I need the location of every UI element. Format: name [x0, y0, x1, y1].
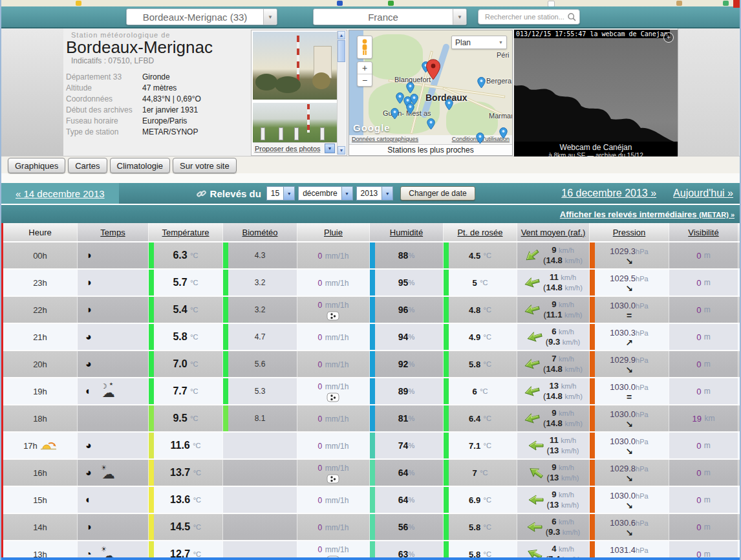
biometeo-value: 4.3 — [255, 251, 266, 260]
day-select[interactable]: 15 ▼ — [266, 186, 295, 200]
map-layer-select[interactable]: Plan ▼ — [451, 36, 507, 49]
humidity-color-bar — [370, 242, 375, 268]
pressure-trend-icon: ↘ — [625, 501, 633, 510]
temperature-color-bar — [149, 378, 154, 404]
dew-point-color-bar — [444, 433, 449, 458]
nearby-station-marker[interactable] — [406, 103, 414, 117]
chevron-down-icon[interactable]: ▼ — [453, 9, 466, 25]
search-input[interactable] — [484, 12, 567, 21]
propose-photos-link[interactable]: Proposer des photos — [255, 145, 321, 153]
column-header-link[interactable]: Visibilité — [688, 228, 718, 237]
observation-row-18h: 18h 9.5 °C 8.1 0 mm/1h 81% 6.4 °C 9 km/h… — [3, 405, 740, 433]
humidity-color-bar — [370, 433, 375, 458]
pressure-cell: 1029.9hPa ↘ — [590, 351, 669, 377]
temperature-cell: 5.7 °C — [149, 270, 223, 296]
selected-station-marker[interactable] — [425, 59, 441, 83]
tab-graphiques[interactable]: Graphiques — [8, 158, 65, 173]
year-select[interactable]: 2013 ▼ — [356, 186, 394, 200]
bookmark-icon[interactable] — [76, 1, 81, 6]
column-header-1[interactable]: Temps — [78, 223, 149, 241]
tab-cartes[interactable]: Cartes — [68, 158, 107, 173]
search-icon[interactable] — [567, 12, 577, 22]
map-data-link[interactable]: Données cartographiques — [352, 136, 418, 144]
hour-cell: 16h — [3, 460, 78, 486]
permalink-icon[interactable] — [197, 189, 206, 199]
pressure-cell: 1030.6hPa ↘ — [590, 514, 669, 540]
nearby-station-marker[interactable] — [499, 127, 508, 142]
nearby-station-marker[interactable] — [476, 133, 484, 145]
station-select[interactable]: Bordeaux-Merignac (33) ▼ — [126, 8, 277, 25]
bookmark-icon[interactable] — [723, 1, 729, 6]
bookmark-icon[interactable] — [676, 1, 682, 6]
zoom-in-button[interactable]: + — [358, 62, 372, 74]
column-header-link[interactable]: Pression — [613, 228, 646, 237]
tab-climatologie[interactable]: Climatologie — [110, 158, 171, 173]
chevron-down-icon[interactable]: ▼ — [263, 9, 277, 25]
station-photo[interactable] — [253, 103, 337, 143]
nearby-station-marker[interactable] — [445, 99, 453, 113]
webcam-timestamp: 013/12/15 17:55:47 la webcam de Canejan — [514, 30, 670, 38]
window-bottom-border — [1, 557, 740, 560]
previous-day-link[interactable]: « 14 decembre 2013 — [16, 188, 105, 199]
map-canvas[interactable]: BlanquefortBordeauxGujan- Mest asPériBer… — [349, 30, 512, 145]
column-header-link[interactable]: Pt. de rosée — [457, 228, 502, 237]
column-header-5[interactable]: Humidité — [370, 223, 444, 241]
street-view-pegman[interactable] — [357, 36, 372, 59]
pressure-value: 1030.0 — [610, 436, 636, 446]
previous-day-box[interactable]: « 14 decembre 2013 — [1, 183, 119, 204]
photos-scrollbar[interactable]: ▲ ▼ — [337, 31, 346, 155]
column-header-7[interactable]: Vent moyen (raf.) — [517, 223, 590, 241]
dew-point-value: 5 — [472, 278, 477, 288]
metar-link[interactable]: Afficher les relevés intermédiaires (MET… — [560, 210, 735, 219]
webcam-title: Webcam de Canéjan — [514, 143, 678, 152]
sunset-icon — [40, 441, 57, 451]
pressure-cell: 1030.0hPa ↘ — [590, 433, 669, 458]
column-header-link[interactable]: Vent moyen (raf.) — [521, 228, 586, 237]
today-link[interactable]: Aujourd'hui » — [673, 188, 733, 199]
column-header-link[interactable]: Biométéo — [242, 228, 278, 237]
tab-sur-votre-site[interactable]: Sur votre site — [173, 158, 237, 173]
weather-cell: ◕ — [78, 433, 149, 458]
column-header-8[interactable]: Pression — [590, 223, 669, 241]
biometeo-color-bar — [223, 405, 228, 431]
nearby-station-marker[interactable] — [391, 108, 399, 122]
rain-cell: 0 mm/1h — [297, 460, 370, 486]
column-header-link[interactable]: Température — [162, 228, 209, 237]
column-header-3[interactable]: Biométéo — [223, 223, 297, 241]
chevron-down-icon[interactable]: ▼ — [325, 144, 335, 153]
column-header-4[interactable]: Pluie — [297, 223, 370, 241]
column-header-link[interactable]: Temps — [100, 228, 125, 237]
wind-gust-value: 14.8 — [546, 418, 562, 428]
change-date-button[interactable]: Changer de date — [400, 186, 475, 200]
scroll-down-icon[interactable]: ▼ — [338, 146, 345, 155]
zoom-out-button[interactable]: − — [358, 74, 372, 86]
temperature-value: 6.3 — [173, 250, 187, 261]
station-photo[interactable] — [253, 32, 337, 100]
temperature-color-bar — [149, 351, 154, 377]
nearby-station-marker[interactable] — [406, 82, 414, 96]
visibility-cell: 0 m — [669, 270, 738, 296]
temperature-cell: 9.5 °C — [149, 405, 223, 431]
scroll-up-icon[interactable]: ▲ — [338, 31, 345, 39]
bookmark-icon[interactable] — [388, 1, 394, 6]
dew-point-cell: 7 °C — [444, 460, 517, 486]
wind-speed-value: 6 — [552, 327, 556, 336]
wind-gust-value: 14.8 — [546, 364, 562, 374]
column-header-2[interactable]: Température — [149, 223, 223, 241]
country-select[interactable]: France ▼ — [313, 8, 467, 25]
next-day-link[interactable]: 16 decembre 2013 » — [561, 188, 656, 199]
nearby-station-marker[interactable] — [477, 77, 486, 91]
nearby-station-marker[interactable] — [427, 118, 435, 133]
column-header-link[interactable]: Pluie — [324, 228, 343, 237]
scrollbar-thumb[interactable] — [338, 40, 345, 62]
column-header-9[interactable]: Visibilité — [669, 223, 738, 241]
month-select[interactable]: décembre ▼ — [298, 186, 352, 200]
pressure-value: 1030.0 — [610, 382, 636, 392]
column-header-6[interactable]: Pt. de rosée — [444, 223, 517, 241]
column-header-link[interactable]: Humidité — [390, 228, 423, 237]
webcam-panel[interactable]: 013/12/15 17:55:47 la webcam de Canejan … — [514, 30, 678, 161]
hour-label: 14h — [33, 522, 47, 532]
station-search[interactable] — [478, 9, 580, 25]
webcam-enlarge-button[interactable]: + — [663, 32, 674, 43]
bookmark-icon[interactable] — [337, 1, 343, 6]
